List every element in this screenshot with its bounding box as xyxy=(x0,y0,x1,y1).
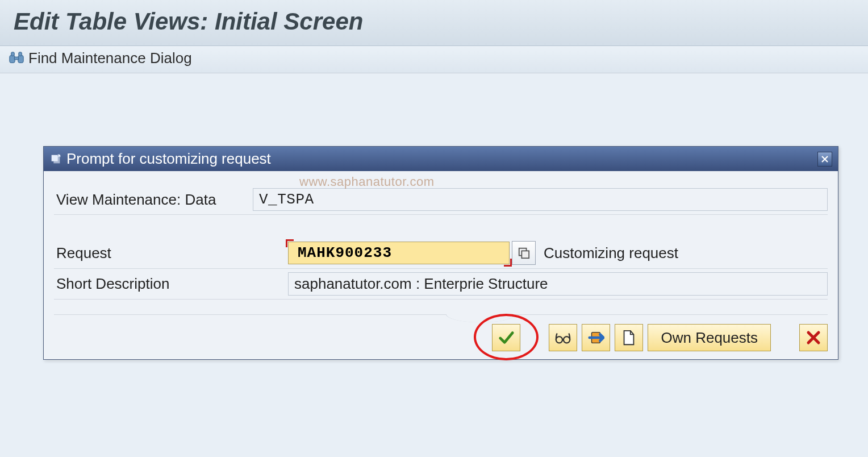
title-bar: Edit Table Views: Initial Screen xyxy=(0,0,868,46)
svg-rect-4 xyxy=(19,52,22,56)
request-type-text: Customizing request xyxy=(544,244,678,262)
svg-rect-6 xyxy=(521,251,529,258)
continue-button[interactable] xyxy=(492,324,520,351)
cancel-button[interactable] xyxy=(799,324,828,351)
document-icon xyxy=(621,329,637,346)
dialog-body: www.saphanatutor.com View Maintenance: D… xyxy=(44,171,838,359)
short-description-value: saphanatutor.com : Enterprie Structure xyxy=(288,272,828,296)
app-toolbar: Find Maintenance Dialog xyxy=(0,46,868,73)
close-icon xyxy=(821,155,829,163)
display-button[interactable] xyxy=(549,324,577,351)
short-description-row: Short Description saphanatutor.com : Ent… xyxy=(54,269,828,300)
transport-icon xyxy=(587,329,604,346)
svg-point-8 xyxy=(564,336,570,343)
short-description-label: Short Description xyxy=(54,275,288,293)
check-icon xyxy=(498,329,515,346)
view-maintenance-label: View Maintenance: Data xyxy=(54,191,253,209)
create-request-button[interactable] xyxy=(582,324,610,351)
glasses-icon xyxy=(554,329,571,346)
view-maintenance-value: V_TSPA xyxy=(253,188,828,211)
view-maintenance-row: View Maintenance: Data V_TSPA xyxy=(54,185,828,215)
dialog-icon xyxy=(49,153,62,165)
binoculars-icon[interactable] xyxy=(8,50,25,67)
svg-point-7 xyxy=(556,336,562,343)
svg-rect-3 xyxy=(11,52,15,56)
request-f4-help-button[interactable] xyxy=(512,241,536,265)
value-help-icon xyxy=(518,247,530,259)
dialog-button-bar: Own Requests xyxy=(54,314,828,351)
new-button[interactable] xyxy=(615,324,643,351)
page-title: Edit Table Views: Initial Screen xyxy=(14,8,854,35)
dialog-close-button[interactable] xyxy=(817,152,832,167)
dialog-title: Prompt for customizing request xyxy=(66,150,813,168)
request-input[interactable] xyxy=(288,242,510,264)
find-maintenance-dialog-button[interactable]: Find Maintenance Dialog xyxy=(28,49,192,67)
own-requests-button[interactable]: Own Requests xyxy=(648,324,771,351)
request-row: Request Customizing request xyxy=(54,238,828,269)
work-area: Prompt for customizing request www.sapha… xyxy=(0,73,868,422)
cancel-icon xyxy=(806,330,821,345)
request-label: Request xyxy=(54,244,288,262)
customizing-request-dialog: Prompt for customizing request www.sapha… xyxy=(43,146,838,360)
svg-rect-2 xyxy=(14,57,19,60)
dialog-header: Prompt for customizing request xyxy=(44,147,838,171)
